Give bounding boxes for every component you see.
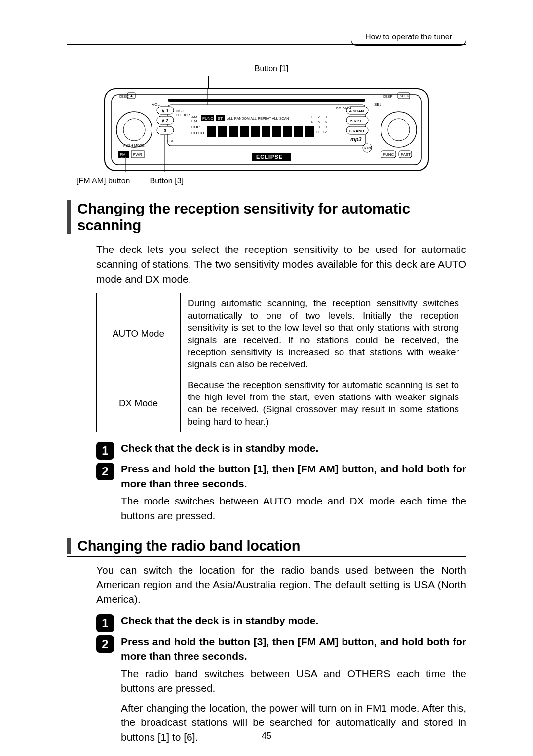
header-tab: How to operate the tuner [351,30,466,46]
step-2: 2 Press and hold the button [3], then [F… [96,634,466,663]
svg-text:SEEK: SEEK [400,94,409,98]
svg-point-6 [388,119,410,141]
step-text: Press and hold the button [3], then [FM … [121,634,466,663]
svg-text:3: 3 [164,128,166,133]
mode-name-cell: DX Mode [97,375,181,432]
section1-intro: The deck lets you select the reception s… [96,242,466,286]
svg-rect-10 [207,126,216,137]
svg-text:6: 6 [325,120,327,124]
svg-text:FOLDER: FOLDER [176,113,190,117]
step-subtext: The radio band switches between USA and … [121,666,466,696]
step-number-badge: 2 [96,635,114,653]
svg-text:3: 3 [325,115,327,119]
heading-text: Changing the radio band location [77,538,300,554]
svg-text:VOL: VOL [152,102,160,107]
svg-text:5: 5 [318,120,320,124]
svg-text:12: 12 [323,130,327,134]
car-deck-illustration: PUSH-MODE [104,88,429,172]
svg-text:CD 3424: CD 3424 [336,106,351,110]
svg-rect-14 [251,126,260,137]
heading-bar-icon [67,200,71,234]
svg-text:AM: AM [120,156,126,161]
step-1: 1 Check that the deck is in standby mode… [96,441,466,459]
modes-table: AUTO Mode During automatic scanning, the… [96,293,466,432]
svg-text:CH: CH [198,131,204,135]
svg-text:2: 2 [318,115,320,119]
page-number: 45 [0,731,533,741]
svg-text:▲: ▲ [129,93,134,98]
label-fm-am-button: [FM AM] button [76,177,130,185]
svg-rect-17 [283,126,292,137]
step-number-badge: 1 [96,442,114,460]
section2-intro: You can switch the location for the radi… [96,563,466,607]
svg-rect-15 [262,126,270,137]
label-button-1: Button [1] [255,64,289,73]
svg-rect-16 [272,126,281,137]
label-button-3: Button [3] [150,177,184,185]
svg-text:SEL: SEL [374,102,382,107]
step-number-badge: 1 [96,614,114,632]
svg-text:FAST: FAST [401,152,411,157]
svg-text:mp3: mp3 [350,136,362,142]
heading-sensitivity: Changing the reception sensitivity for a… [67,200,466,236]
svg-text:FUNC: FUNC [383,152,394,157]
step-subtext: The mode switches between AUTO mode and … [121,494,466,523]
mode-desc-cell: Because the reception sensitivity for au… [181,375,466,432]
svg-text:DISP: DISP [383,94,393,99]
svg-text:DISC: DISC [176,109,184,113]
mode-desc-cell: During automatic scanning, the reception… [181,293,466,375]
svg-text:CD: CD [191,131,197,135]
table-row: DX Mode Because the reception sensitivit… [97,375,466,432]
svg-text:FM: FM [191,119,197,123]
svg-text:4 SCAN: 4 SCAN [349,109,364,113]
svg-rect-18 [294,126,303,137]
svg-text:4: 4 [311,120,313,124]
svg-text:7: 7 [311,125,313,129]
svg-text:∧ 1: ∧ 1 [161,108,169,113]
step-text: Press and hold the button [1], then [FM … [121,462,466,491]
svg-text:∨ 2: ∨ 2 [161,118,169,123]
svg-text:ESI: ESI [167,139,173,143]
svg-point-3 [123,119,145,141]
svg-text:PUSH-MODE: PUSH-MODE [123,144,145,147]
svg-text:10: 10 [309,130,313,134]
page-content: Button [1] PUSH-MODE [0,0,533,756]
svg-text:8: 8 [318,125,320,129]
table-row: AUTO Mode During automatic scanning, the… [97,293,466,375]
svg-rect-7 [168,99,365,102]
step-text: Check that the deck is in standby mode. [121,613,466,631]
heading-text: Changing the reception sensitivity for a… [77,200,466,234]
leader-line-top [208,76,209,88]
svg-rect-13 [240,126,249,137]
svg-text:RTN: RTN [364,146,371,150]
mode-name-cell: AUTO Mode [97,293,181,375]
svg-text:6 RAND: 6 RAND [349,129,364,133]
step-text: Check that the deck is in standby mode. [121,441,466,459]
svg-text:FUNC: FUNC [202,116,213,121]
svg-text:5 RPT: 5 RPT [350,119,362,123]
svg-text:ST: ST [218,116,223,121]
svg-rect-11 [218,126,227,137]
svg-text:CDP: CDP [191,125,200,129]
svg-text:ECLIPSE: ECLIPSE [256,154,283,160]
svg-rect-12 [229,126,238,137]
step-2: 2 Press and hold the button [1], then [F… [96,462,466,491]
svg-text:11: 11 [316,130,320,134]
heading-bar-icon [67,538,71,554]
step-number-badge: 2 [96,463,114,480]
svg-text:9: 9 [325,125,327,129]
svg-text:1: 1 [311,115,313,119]
svg-text:PWR: PWR [133,152,142,157]
svg-text:ALL-RANDOM ALL-REPEAT ALL-SCAN: ALL-RANDOM ALL-REPEAT ALL-SCAN [227,117,289,120]
deck-diagram: Button [1] PUSH-MODE [67,64,466,185]
step-1: 1 Check that the deck is in standby mode… [96,613,466,631]
heading-band-location: Changing the radio band location [67,538,466,557]
